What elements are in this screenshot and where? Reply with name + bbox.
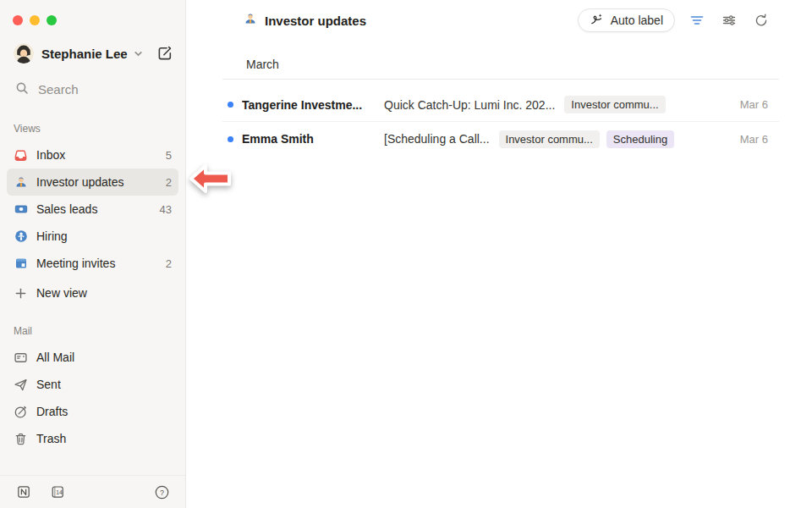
email-date: Mar 6 (740, 98, 779, 111)
compose-button[interactable] (156, 45, 173, 62)
sidebar-item-label: Sales leads (36, 202, 97, 216)
sidebar-item-investor-updates[interactable]: Investor updates 2 (7, 168, 178, 196)
refresh-button[interactable] (751, 10, 771, 30)
user-name: Stephanie Lee (41, 47, 128, 61)
svg-text:14: 14 (56, 489, 63, 495)
investor-updates-icon (14, 175, 28, 190)
label-badge[interactable]: Scheduling (606, 130, 674, 148)
sales-leads-icon (14, 202, 28, 217)
help-button[interactable]: ? (151, 482, 172, 502)
notion-calendar-icon[interactable]: 14 (47, 482, 68, 502)
view-header: Investor updates Auto label (187, 0, 812, 41)
sidebar: Stephanie Lee Search Views Inbox 5 (0, 0, 186, 508)
email-subject: Quick Catch-Up: Lumi Inc. 202... (384, 98, 555, 112)
unread-count: 43 (160, 203, 172, 216)
search-button[interactable]: Search (15, 81, 172, 97)
drafts-icon (14, 405, 28, 419)
plus-icon (14, 286, 28, 301)
email-row[interactable]: Tangerine Investme... Quick Catch-Up: Lu… (222, 88, 779, 122)
sidebar-item-label: Drafts (36, 405, 68, 418)
unread-count: 2 (166, 257, 172, 270)
sidebar-item-sent[interactable]: Sent (7, 371, 178, 398)
unread-count: 5 (166, 149, 172, 162)
email-sender: Emma Smith (242, 132, 377, 146)
sidebar-item-label: Inbox (36, 148, 65, 162)
search-icon (15, 81, 29, 97)
email-list: March Tangerine Investme... Quick Catch-… (222, 41, 779, 156)
email-date: Mar 6 (740, 133, 779, 146)
sidebar-item-trash[interactable]: Trash (7, 425, 178, 452)
investor-updates-icon (244, 12, 257, 29)
hiring-icon (14, 229, 28, 244)
svg-text:?: ? (159, 488, 163, 496)
sidebar-item-inbox[interactable]: Inbox 5 (7, 141, 178, 168)
sidebar-item-sales-leads[interactable]: Sales leads 43 (7, 196, 178, 223)
sidebar-item-label: All Mail (36, 351, 74, 364)
search-label: Search (38, 82, 79, 97)
sidebar-item-hiring[interactable]: Hiring (7, 223, 178, 250)
auto-label-button[interactable]: Auto label (578, 8, 675, 32)
meeting-invites-icon (14, 257, 28, 271)
views-section-label: Views (14, 123, 185, 135)
email-sender: Tangerine Investme... (242, 98, 377, 112)
date-group-label: March (222, 41, 779, 80)
filter-button[interactable] (687, 10, 707, 30)
auto-label-icon (590, 12, 604, 29)
unread-count: 2 (166, 176, 172, 189)
page-title: Investor updates (265, 14, 366, 28)
zoom-window-button[interactable] (47, 15, 57, 25)
all-mail-icon (14, 351, 28, 365)
notion-app-icon[interactable] (14, 482, 34, 502)
sidebar-item-label: Investor updates (36, 175, 124, 189)
new-view-button[interactable]: New view (7, 279, 178, 306)
sidebar-item-meeting-invites[interactable]: Meeting invites 2 (7, 250, 178, 277)
chevron-down-icon (134, 49, 143, 58)
sidebar-item-all-mail[interactable]: All Mail (7, 344, 178, 371)
sidebar-footer: 14 ? (0, 475, 185, 508)
display-settings-button[interactable] (719, 10, 739, 30)
sidebar-item-label: Sent (36, 378, 61, 391)
sidebar-item-label: Hiring (36, 229, 68, 243)
close-window-button[interactable] (13, 15, 23, 25)
account-switcher[interactable]: Stephanie Lee (14, 43, 173, 64)
minimize-window-button[interactable] (30, 15, 40, 25)
email-subject: [Scheduling a Call... (384, 132, 490, 146)
avatar (14, 43, 34, 64)
new-view-label: New view (36, 286, 87, 300)
inbox-icon (14, 148, 28, 163)
trash-icon (14, 432, 28, 446)
label-badge[interactable]: Investor commu... (499, 130, 600, 148)
main-panel: Investor updates Auto label (187, 0, 812, 508)
unread-dot (228, 136, 233, 142)
sent-icon (14, 378, 28, 392)
mail-section-label: Mail (14, 325, 185, 337)
sidebar-item-label: Trash (36, 432, 66, 445)
auto-label-text: Auto label (611, 14, 663, 27)
unread-dot (228, 102, 233, 108)
sidebar-item-label: Meeting invites (36, 257, 115, 270)
email-row[interactable]: Emma Smith [Scheduling a Call... Investo… (222, 122, 779, 156)
window-controls (0, 0, 185, 25)
sidebar-item-drafts[interactable]: Drafts (7, 398, 178, 425)
label-badge[interactable]: Investor commu... (564, 96, 665, 113)
